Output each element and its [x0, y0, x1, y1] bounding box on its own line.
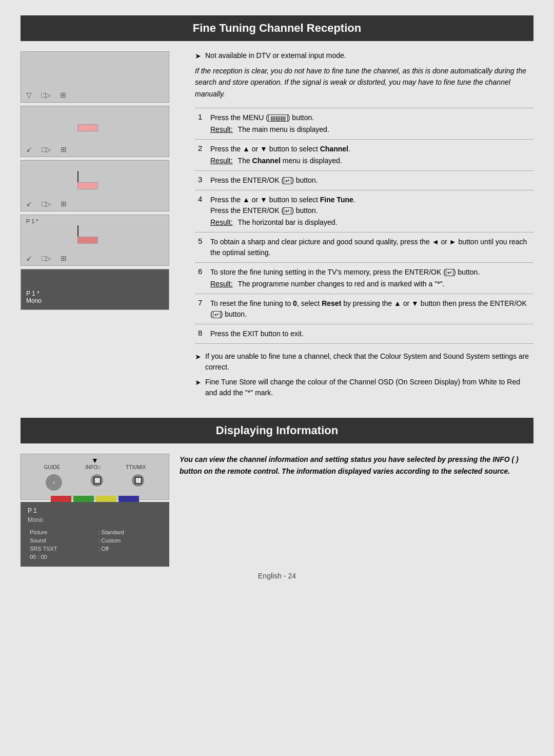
- step-8-content: Press the EXIT button to exit.: [207, 324, 533, 344]
- result-text-6: The programme number changes to red and …: [238, 279, 445, 289]
- note-1-text: If you are unable to fine tune a channel…: [205, 351, 533, 373]
- tv-screen-3: ↙ □▷ ⊞: [21, 160, 169, 211]
- italic-intro: If the reception is clear, you do not ha…: [195, 65, 533, 100]
- tv-screen-1: ▽ □▷ ⊞: [21, 51, 169, 103]
- step-4-num: 4: [195, 190, 207, 232]
- info-screen: P 1 Mono Picture : Standard Sound : Cust…: [21, 502, 169, 567]
- guide-button[interactable]: ♪: [46, 474, 62, 491]
- step-2-num: 2: [195, 140, 207, 171]
- tv-icon-6: ⊞: [61, 145, 67, 153]
- step-6-num: 6: [195, 263, 207, 294]
- info-button[interactable]: 🔲: [91, 474, 103, 487]
- result-label-1: Result:: [210, 124, 233, 135]
- tv-bar-rect: [77, 182, 98, 189]
- page-number: English - 24: [21, 572, 533, 580]
- tv-bar-rect-2: [77, 237, 98, 244]
- step-3-content: Press the ENTER/OK (↵) button.: [207, 171, 533, 190]
- tv-icon-1: ▽: [26, 91, 32, 99]
- step-2-row: 2 Press the ▲ or ▼ button to select Chan…: [195, 140, 533, 171]
- step-8-num: 8: [195, 324, 207, 344]
- picture-value: : Standard: [97, 529, 161, 536]
- guide-label: GUIDE: [44, 464, 60, 470]
- time-label: 00 : 00: [29, 553, 96, 560]
- step-3-row: 3 Press the ENTER/OK (↵) button.: [195, 171, 533, 190]
- tv-icon-11: □▷: [42, 254, 51, 262]
- info-time-row: 00 : 00: [29, 553, 161, 560]
- note-1: ➤ If you are unable to fine tune a chann…: [195, 351, 533, 373]
- tv-p1-mono: P 1 * Mono: [26, 290, 42, 304]
- ttxmix-label: TTX/MIX: [126, 464, 146, 470]
- step-2-content: Press the ▲ or ▼ button to select Channe…: [207, 140, 533, 171]
- displaying-info-title: Displaying Information: [21, 418, 533, 443]
- displaying-info-section: Displaying Information ▼ GUIDE INFO□ TTX…: [21, 418, 533, 567]
- tv-screen-2: ↙ □▷ ⊞: [21, 106, 169, 157]
- remote-mockup-column: ▼ GUIDE INFO□ TTX/MIX ♪ 🔲: [21, 454, 169, 567]
- arrow-icon-2: ➤: [195, 352, 201, 362]
- down-arrow-icon: ▼: [91, 456, 98, 464]
- sound-label: Sound: [29, 537, 96, 544]
- displaying-info-columns: ▼ GUIDE INFO□ TTX/MIX ♪ 🔲: [21, 454, 533, 567]
- info-sound-row: Sound : Custom: [29, 537, 161, 544]
- step-1-content: Press the MENU (▤▤▤) button. Result: The…: [207, 108, 533, 140]
- step-6-content: To store the fine tuning setting in the …: [207, 263, 533, 294]
- result-text-4: The horizontal bar is displayed.: [238, 217, 338, 228]
- tv-icon-3: ⊞: [60, 91, 66, 99]
- tv-p1-label: P 1 *: [26, 218, 38, 224]
- fine-tuning-title: Fine Tuning Channel Reception: [21, 15, 533, 41]
- result-text-2: The Channel menu is displayed.: [238, 156, 342, 166]
- info-details-table: Picture : Standard Sound : Custom SRS TS…: [28, 528, 162, 561]
- tv-icon-2: □▷: [41, 91, 51, 99]
- step-5-num: 5: [195, 232, 207, 263]
- arrow-icon-3: ➤: [195, 377, 201, 388]
- tv-screen-4: P 1 * ↙ □▷ ⊞: [21, 215, 169, 266]
- fine-tuning-content: ➤ Not available in DTV or external input…: [195, 51, 533, 402]
- ttxmix-button[interactable]: 🔲: [132, 474, 144, 487]
- tv-icon-4: ↙: [26, 145, 32, 153]
- picture-label: Picture: [29, 529, 96, 536]
- sound-value: : Custom: [97, 537, 161, 544]
- tv-icon-8: □▷: [42, 200, 51, 208]
- tv-screen-5: P 1 * Mono: [21, 269, 169, 310]
- step-7-content: To reset the fine tuning to 0, select Re…: [207, 294, 533, 324]
- step-1-row: 1 Press the MENU (▤▤▤) button. Result: T…: [195, 108, 533, 140]
- tv-icon-10: ↙: [26, 254, 32, 262]
- green-btn: [73, 496, 94, 502]
- arrow-icon-1: ➤: [195, 52, 201, 60]
- result-label-6: Result:: [210, 279, 233, 289]
- result-text-1: The main menu is displayed.: [238, 124, 329, 135]
- time-value: [97, 553, 161, 560]
- srs-value: : Off: [97, 545, 161, 552]
- fine-tuning-section: Fine Tuning Channel Reception ▽ □▷ ⊞ ↙: [21, 15, 533, 413]
- info-srs-row: SRS TSXT : Off: [29, 545, 161, 552]
- step-1-num: 1: [195, 108, 207, 140]
- steps-table: 1 Press the MENU (▤▤▤) button. Result: T…: [195, 108, 533, 344]
- color-buttons-row: [51, 496, 139, 502]
- result-label-2: Result:: [210, 156, 233, 166]
- step-5-content: To obtain a sharp and clear picture and …: [207, 232, 533, 263]
- yellow-btn: [96, 496, 116, 502]
- remote-buttons-row: ♪ 🔲 🔲: [21, 472, 169, 493]
- srs-label: SRS TSXT: [29, 545, 96, 552]
- displaying-info-text: You can view the channel information and…: [180, 454, 533, 567]
- step-6-row: 6 To store the fine tuning setting in th…: [195, 263, 533, 294]
- step-4-row: 4 Press the ▲ or ▼ button to select Fine…: [195, 190, 533, 232]
- remote-top-area: ▼ GUIDE INFO□ TTX/MIX ♪ 🔲: [21, 454, 169, 500]
- note-2: ➤ Fine Tune Store will change the colour…: [195, 377, 533, 398]
- info-picture-row: Picture : Standard: [29, 529, 161, 536]
- info-label: INFO□: [85, 464, 101, 470]
- step-5-row: 5 To obtain a sharp and clear picture an…: [195, 232, 533, 263]
- step-7-row: 7 To reset the fine tuning to 0, select …: [195, 294, 533, 324]
- info-p1-row: P 1: [28, 507, 162, 514]
- step-8-row: 8 Press the EXIT button to exit.: [195, 324, 533, 344]
- note-2-text: Fine Tune Store will change the colour o…: [205, 377, 533, 398]
- step-3-num: 3: [195, 171, 207, 190]
- not-available-note: ➤ Not available in DTV or external input…: [195, 51, 533, 60]
- disp-intro: You can view the channel information and…: [180, 454, 533, 477]
- tv-icon-5: □▷: [42, 145, 51, 153]
- info-mono-row: Mono: [28, 516, 162, 524]
- tv-highlight-rect: [77, 124, 98, 131]
- tv-icon-7: ↙: [26, 200, 32, 208]
- tv-mockups-column: ▽ □▷ ⊞ ↙ □▷ ⊞: [21, 51, 185, 402]
- fine-tuning-notes: ➤ If you are unable to fine tune a chann…: [195, 351, 533, 398]
- blue-btn: [118, 496, 139, 502]
